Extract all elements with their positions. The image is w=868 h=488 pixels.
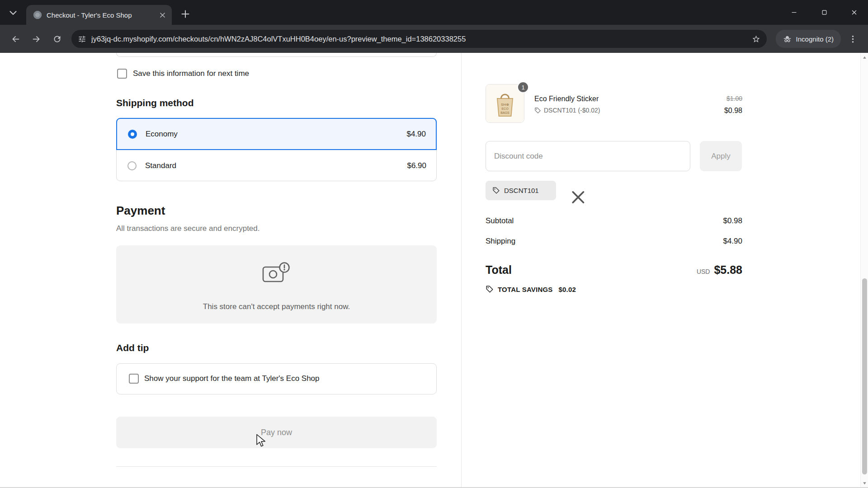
subtotal-label: Subtotal xyxy=(486,216,514,225)
shipping-option-label: Standard xyxy=(145,161,176,170)
url-text: jy63jq-dc.myshopify.com/checkouts/cn/hWN… xyxy=(91,35,747,43)
shipping-row: Shipping $4.90 xyxy=(486,236,742,246)
svg-text:BAGS: BAGS xyxy=(500,111,509,114)
summary-divider xyxy=(461,53,462,488)
browser-window: Checkout - Tyler's Eco Shop jy63jq-dc.my… xyxy=(0,0,868,488)
subtotal-value: $0.98 xyxy=(723,216,742,225)
footer-divider xyxy=(116,466,437,467)
shipping-option-price: $6.90 xyxy=(407,161,426,170)
incognito-badge: Incognito (2) xyxy=(776,30,841,48)
tab-search-chevron-icon[interactable] xyxy=(7,7,19,19)
back-button[interactable] xyxy=(6,30,24,48)
applied-discount-code: DSCNT101 xyxy=(504,187,539,194)
total-label: Total xyxy=(486,263,512,277)
scrollbar[interactable] xyxy=(860,53,868,488)
product-discount-line: DSCNT101 (-$0.02) xyxy=(534,107,600,114)
payment-unavailable-icon xyxy=(262,262,292,284)
save-info-checkbox[interactable] xyxy=(117,69,127,79)
browser-tab[interactable]: Checkout - Tyler's Eco Shop xyxy=(26,5,172,25)
tab-strip: Checkout - Tyler's Eco Shop xyxy=(0,0,868,25)
tag-icon xyxy=(486,285,494,293)
product-name: Eco Friendly Sticker xyxy=(534,94,599,103)
site-info-icon[interactable] xyxy=(78,35,86,43)
tip-label: Show your support for the team at Tyler'… xyxy=(144,374,320,384)
tag-icon xyxy=(534,107,541,114)
window-close-button[interactable] xyxy=(844,0,864,25)
scroll-up-icon[interactable] xyxy=(862,55,868,61)
cutoff-form-field xyxy=(116,53,437,57)
apply-button[interactable]: Apply xyxy=(700,141,742,171)
pay-now-button[interactable]: Pay now xyxy=(116,417,437,448)
shipping-options-group: Economy $4.90 Standard $6.90 xyxy=(116,118,437,181)
total-value: $5.88 xyxy=(714,263,742,277)
forward-button[interactable] xyxy=(27,30,45,48)
reload-button[interactable] xyxy=(48,30,66,48)
remove-discount-icon[interactable] xyxy=(543,188,549,194)
shipping-method-heading: Shipping method xyxy=(116,97,193,109)
tab-favicon-icon xyxy=(33,11,42,19)
tip-checkbox[interactable] xyxy=(129,374,139,384)
checkout-page: Save this information for next time Ship… xyxy=(0,53,868,488)
window-minimize-button[interactable] xyxy=(783,0,804,25)
payment-heading: Payment xyxy=(116,203,165,218)
radio-selected-icon[interactable] xyxy=(128,130,137,139)
tip-option[interactable]: Show your support for the team at Tyler'… xyxy=(116,363,437,394)
payment-subtitle: All transactions are secure and encrypte… xyxy=(116,224,260,234)
savings-value: $0.02 xyxy=(559,286,576,293)
shipping-option-standard[interactable]: Standard $6.90 xyxy=(117,150,436,182)
mouse-cursor xyxy=(255,434,267,448)
svg-text:SH⊕: SH⊕ xyxy=(501,103,509,107)
tab-close-icon[interactable] xyxy=(159,11,166,19)
product-original-price: $1.00 xyxy=(726,95,742,102)
bookmark-star-icon[interactable] xyxy=(752,35,760,43)
payment-unavailable-panel: This store can't accept payments right n… xyxy=(116,245,437,324)
shipping-option-economy[interactable]: Economy $4.90 xyxy=(116,118,437,150)
url-bar[interactable]: jy63jq-dc.myshopify.com/checkouts/cn/hWN… xyxy=(71,30,767,48)
save-info-label: Save this information for next time xyxy=(133,69,249,79)
total-savings-row: TOTAL SAVINGS $0.02 xyxy=(486,285,576,293)
browser-toolbar: jy63jq-dc.myshopify.com/checkouts/cn/hWN… xyxy=(0,25,868,53)
shipping-label: Shipping xyxy=(486,237,515,246)
window-maximize-button[interactable] xyxy=(814,0,835,25)
scrollbar-thumb[interactable] xyxy=(862,278,867,474)
radio-unselected-icon[interactable] xyxy=(127,161,137,170)
scroll-down-icon[interactable] xyxy=(862,480,868,486)
shipping-option-price: $4.90 xyxy=(406,130,426,139)
tag-icon xyxy=(492,187,500,194)
payment-notice-text: This store can't accept payments right n… xyxy=(116,302,437,311)
product-price: $0.98 xyxy=(724,107,742,115)
new-tab-button[interactable] xyxy=(180,9,191,19)
savings-label: TOTAL SAVINGS xyxy=(498,286,553,293)
incognito-label: Incognito (2) xyxy=(796,35,834,43)
total-row: Total USD $5.88 xyxy=(486,263,742,278)
quantity-badge: 1 xyxy=(517,81,529,93)
discount-code-input[interactable] xyxy=(486,141,690,171)
tab-title: Checkout - Tyler's Eco Shop xyxy=(47,11,154,19)
menu-kebab-icon[interactable] xyxy=(844,30,862,48)
product-discount-text: DSCNT101 (-$0.02) xyxy=(544,107,600,114)
currency-code: USD xyxy=(697,268,710,275)
shipping-value: $4.90 xyxy=(723,237,742,246)
applied-discount-chip: DSCNT101 xyxy=(486,181,556,200)
subtotal-row: Subtotal $0.98 xyxy=(486,216,742,226)
svg-text:ECO: ECO xyxy=(501,107,509,110)
shipping-option-label: Economy xyxy=(146,130,178,139)
incognito-icon xyxy=(783,35,792,43)
add-tip-heading: Add tip xyxy=(116,342,149,354)
